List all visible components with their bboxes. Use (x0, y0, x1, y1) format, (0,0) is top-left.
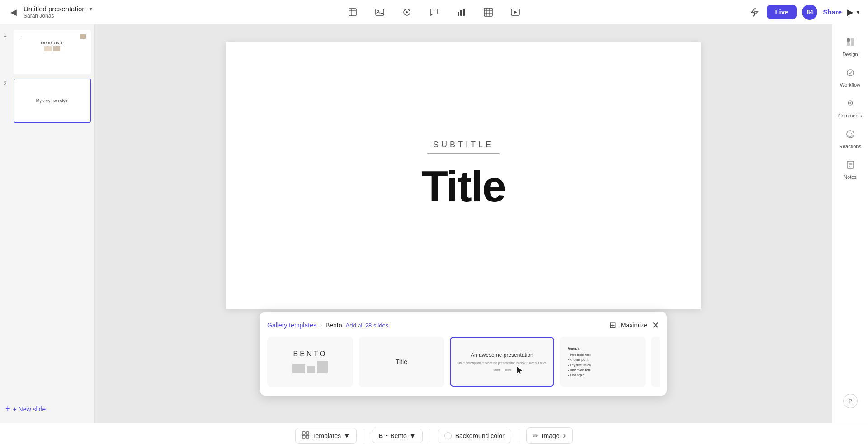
gallery-slide-4[interactable]: Agenda • Intro topic here • Another poin… (560, 337, 646, 387)
right-panel: Design Workflow Comments Reactions (832, 24, 868, 423)
right-panel-design[interactable]: Design (835, 33, 866, 61)
slide-subtitle: SUBTITLE (433, 140, 494, 149)
topbar-center (139, 4, 729, 20)
comments-icon (845, 98, 855, 111)
presentation-info: Untitled presentation ▾ Sarah Jonas (24, 5, 92, 19)
background-color-circle (444, 432, 452, 439)
image-button[interactable]: ✏ Image › (526, 427, 573, 444)
gallery-slide-2[interactable]: Title (359, 337, 444, 387)
slide-divider (427, 153, 500, 154)
insert-frame-button[interactable] (344, 4, 361, 20)
gallery-maximize-button[interactable]: Maximize (621, 322, 647, 329)
svg-marker-16 (514, 11, 517, 14)
svg-rect-31 (302, 432, 305, 434)
templates-chevron-icon: ▼ (344, 432, 350, 439)
gallery-slide-awesome-text: An awesome presentation Short descriptio… (454, 349, 550, 375)
background-color-button[interactable]: Background color (438, 429, 511, 443)
templates-button[interactable]: Templates ▼ (295, 428, 357, 444)
gallery-link[interactable]: Gallery templates (267, 322, 316, 329)
gallery-current: Bento (326, 322, 342, 329)
svg-rect-9 (463, 9, 465, 16)
bolt-button[interactable] (747, 5, 761, 19)
topbar-left: ◀ Untitled presentation ▾ Sarah Jonas (7, 5, 134, 19)
bento-b-icon: B (378, 432, 383, 439)
svg-rect-0 (349, 9, 356, 16)
image-label: Image (542, 432, 560, 439)
gallery-add-all-button[interactable]: Add all 28 slides (346, 322, 389, 329)
notes-icon (845, 160, 855, 173)
thumb1-top: ● (17, 33, 87, 40)
new-slide-plus-icon: + (5, 404, 10, 414)
insert-shape-button[interactable] (399, 4, 415, 20)
insert-embed-button[interactable] (507, 4, 524, 20)
bento-title-text: BENTO (293, 350, 327, 358)
reactions-icon (845, 129, 855, 142)
insert-comment-button[interactable] (426, 4, 442, 20)
thumb1-img (80, 34, 86, 39)
svg-rect-7 (458, 12, 459, 16)
right-panel-workflow[interactable]: Workflow (835, 64, 866, 91)
play-button[interactable]: ▶ ▼ (847, 7, 861, 17)
help-button[interactable]: ? (843, 394, 858, 408)
slide-title: Title (421, 162, 505, 211)
svg-point-25 (849, 133, 849, 134)
right-panel-reactions[interactable]: Reactions (835, 126, 866, 153)
gallery-panel: Gallery templates › Bento Add all 28 sli… (260, 312, 667, 396)
bottom-divider-1 (364, 429, 364, 442)
gallery-slide-3[interactable]: An awesome presentation Short descriptio… (450, 337, 554, 387)
gallery-header: Gallery templates › Bento Add all 28 sli… (267, 320, 660, 331)
svg-rect-17 (847, 38, 850, 42)
slide-thumb-2[interactable]: My very own style (14, 79, 91, 123)
insert-table-button[interactable] (480, 4, 496, 20)
templates-label: Templates (312, 432, 341, 439)
thumb1-text: BUY MY STUFF (41, 42, 63, 44)
gallery-slide-2-content: Title (359, 338, 443, 386)
svg-point-23 (849, 102, 851, 104)
gallery-slide-1-content: BENTO (268, 338, 352, 386)
gallery-sep: › (320, 322, 322, 328)
play-icon: ▶ (847, 7, 854, 17)
slide-thumb-inner-2: My very own style (14, 79, 90, 122)
slide-number-2: 2 (4, 79, 10, 87)
svg-rect-32 (306, 432, 309, 434)
slide-item-1[interactable]: 1 ● BUY MY STUFF (4, 30, 91, 74)
thumb1-logo: ● (19, 36, 19, 38)
back-button[interactable]: ◀ (7, 6, 20, 19)
new-slide-button[interactable]: + + New slide (4, 401, 91, 417)
svg-rect-33 (302, 435, 305, 438)
bento-chevron-icon: ▼ (410, 432, 416, 439)
insert-chart-button[interactable] (453, 4, 469, 20)
slide-panel: 1 ● BUY MY STUFF (0, 24, 95, 423)
bottom-bar: Templates ▼ B ⋅⋅ Bento ▼ Background colo… (0, 423, 868, 448)
workflow-label: Workflow (840, 82, 860, 88)
new-slide-label: + New slide (13, 406, 46, 413)
bento-button[interactable]: B ⋅⋅ Bento ▼ (372, 429, 423, 443)
workflow-icon (845, 68, 855, 80)
topbar-right: Live 84 Share ▶ ▼ (734, 5, 861, 20)
svg-point-26 (851, 133, 852, 134)
gallery-slides: BENTO Title (267, 337, 660, 388)
gallery-close-button[interactable]: ✕ (652, 320, 660, 331)
title-dropdown-icon[interactable]: ▾ (90, 6, 92, 12)
slide-thumb-1[interactable]: ● BUY MY STUFF (14, 30, 91, 74)
slide-item-2[interactable]: 2 My very own style (4, 79, 91, 123)
right-panel-notes[interactable]: Notes (835, 156, 866, 183)
insert-image-button[interactable] (372, 4, 388, 20)
svg-rect-3 (376, 9, 384, 15)
live-button[interactable]: Live (767, 5, 797, 19)
gallery-grid-icon[interactable]: ⊞ (609, 320, 616, 330)
bento-label: Bento (390, 432, 407, 439)
share-button[interactable]: Share (823, 8, 842, 16)
svg-rect-18 (851, 38, 854, 42)
thumb1-box-2 (53, 46, 60, 51)
avatar-button[interactable]: 84 (802, 5, 817, 20)
bento-img-placeholder (292, 361, 328, 373)
slide-canvas[interactable]: SUBTITLE Title (226, 42, 701, 309)
main-layout: 1 ● BUY MY STUFF (0, 24, 868, 423)
bottom-divider-2 (430, 429, 430, 442)
gallery-slide-1[interactable]: BENTO (267, 337, 353, 387)
cursor-indicator (517, 367, 524, 373)
thumb1-content: ● BUY MY STUFF (17, 33, 87, 70)
right-panel-comments[interactable]: Comments (835, 95, 866, 122)
gallery-slide-5[interactable]: A short, me... (651, 337, 660, 387)
